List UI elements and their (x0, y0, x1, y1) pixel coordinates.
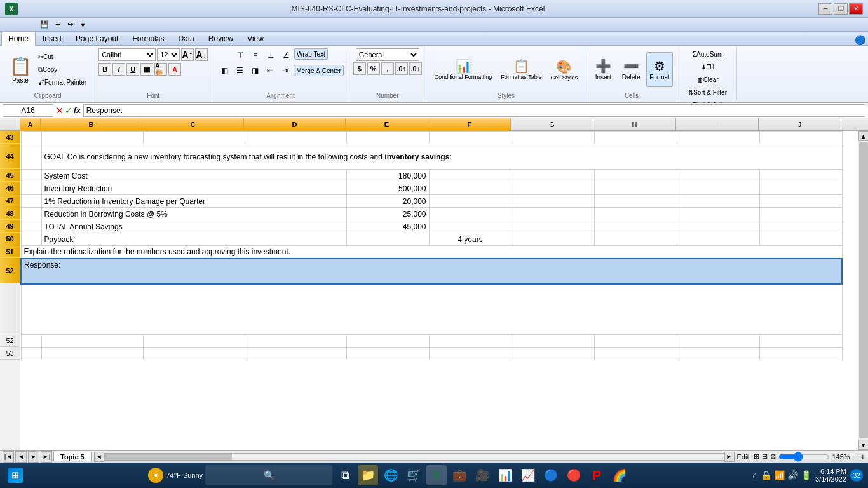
restore-button[interactable]: ❐ (834, 3, 848, 15)
cell-e47[interactable]: 20,000 (346, 195, 429, 208)
cell-j45[interactable] (759, 170, 842, 182)
tab-formulas[interactable]: Formulas (125, 32, 171, 45)
cell-b43[interactable] (41, 132, 143, 144)
decrease-font-button[interactable]: A↓ (195, 48, 208, 61)
cell-e52[interactable] (346, 335, 429, 348)
cell-b44[interactable]: GOAL Co is considering a new inventory f… (41, 144, 842, 170)
formula-input[interactable]: Response: (83, 104, 865, 117)
tray-icon1[interactable]: ⌂ (753, 470, 758, 480)
cell-e53[interactable] (346, 348, 429, 360)
col-header-d[interactable]: D (244, 118, 346, 130)
text-angle-button[interactable]: ∠ (279, 48, 293, 62)
cell-b52[interactable] (41, 335, 143, 348)
align-bottom-button[interactable]: ⊥ (264, 48, 278, 62)
sort-filter-button[interactable]: ⇅ Sort & Filter (686, 86, 729, 98)
cell-g53[interactable] (512, 348, 594, 360)
cell-i50[interactable] (677, 233, 759, 246)
view-layout-button[interactable]: ⊟ (762, 452, 768, 461)
cell-e50[interactable] (346, 233, 429, 246)
cell-empty1[interactable] (21, 284, 842, 335)
cell-i47[interactable] (677, 195, 759, 208)
clear-button[interactable]: 🗑 Clear (695, 74, 721, 85)
taskbar-store[interactable]: 🛒 (403, 465, 424, 485)
taskbar-app5[interactable]: 🔵 (541, 465, 561, 485)
bold-button[interactable]: B (98, 63, 111, 76)
scroll-thumb[interactable] (859, 142, 868, 438)
taskbar-app4[interactable]: 📈 (518, 465, 538, 485)
tab-page-layout[interactable]: Page Layout (69, 32, 125, 45)
vertical-scrollbar[interactable]: ▲ ▼ (858, 131, 868, 450)
cell-g46[interactable] (512, 182, 594, 195)
row-num-48[interactable]: 48 (0, 207, 20, 220)
cell-e49[interactable]: 45,000 (346, 220, 429, 233)
col-header-c[interactable]: C (142, 118, 244, 130)
qat-undo-button[interactable]: ↩ (53, 20, 63, 29)
cut-button[interactable]: ✂ Cut (36, 51, 89, 63)
cell-a44[interactable] (21, 144, 41, 170)
format-painter-button[interactable]: 🖌 Format Painter (36, 77, 89, 88)
increase-decimal-button[interactable]: .0↑ (395, 62, 408, 75)
cell-b46[interactable]: Inventory Reduction (41, 182, 346, 195)
decrease-decimal-button[interactable]: .0↓ (409, 62, 422, 75)
sheet-nav-first[interactable]: |◄ (3, 451, 14, 463)
font-name-select[interactable]: Calibri (98, 48, 156, 61)
cell-b48[interactable]: Reduction in Borrowing Costs @ 5% (41, 208, 346, 220)
weather-widget[interactable]: ☀ 74°F Sunny (148, 468, 203, 483)
zoom-in-button[interactable]: + (860, 452, 865, 462)
col-header-h[interactable]: H (593, 118, 676, 130)
minimize-button[interactable]: ─ (818, 3, 832, 15)
cell-a46[interactable] (21, 182, 41, 195)
align-right-button[interactable]: ◨ (248, 64, 262, 78)
zoom-slider[interactable] (778, 453, 829, 461)
zoom-out-button[interactable]: − (853, 452, 858, 462)
cell-g43[interactable] (512, 132, 594, 144)
qat-customize-button[interactable]: ▼ (78, 20, 88, 29)
autosum-button[interactable]: Σ AutoSum (690, 48, 725, 60)
cell-h43[interactable] (594, 132, 677, 144)
task-view-button[interactable]: ⧉ (335, 465, 355, 485)
cell-f49[interactable] (429, 220, 512, 233)
cell-h49[interactable] (594, 220, 677, 233)
cell-h52[interactable] (594, 335, 677, 348)
row-num-46[interactable]: 46 (0, 182, 20, 194)
row-num-51[interactable]: 51 (0, 245, 20, 258)
copy-button[interactable]: ⧉ Copy (36, 64, 89, 76)
clock[interactable]: 6:14 PM 3/14/2022 (815, 468, 846, 483)
sheet-nav-prev[interactable]: ◄ (15, 451, 27, 463)
cell-c43[interactable] (143, 132, 245, 144)
cell-a53[interactable] (21, 348, 41, 360)
cell-a50[interactable] (21, 233, 41, 246)
cell-e46[interactable]: 500,000 (346, 182, 429, 195)
taskbar-app3[interactable]: 📊 (495, 465, 515, 485)
cell-g52[interactable] (512, 335, 594, 348)
align-left-button[interactable]: ◧ (217, 64, 231, 78)
row-num-44[interactable]: 44 (0, 144, 20, 169)
italic-button[interactable]: I (112, 63, 125, 76)
h-scroll-track[interactable] (104, 453, 724, 461)
align-center-button[interactable]: ☰ (233, 64, 247, 78)
cell-i46[interactable] (677, 182, 759, 195)
col-header-g[interactable]: G (511, 118, 593, 130)
row-num-54-label[interactable]: 53 (0, 347, 20, 360)
cell-f52[interactable] (429, 335, 512, 348)
cell-g48[interactable] (512, 208, 594, 220)
tab-view[interactable]: View (240, 32, 271, 45)
cell-g47[interactable] (512, 195, 594, 208)
tray-battery[interactable]: 🔋 (801, 470, 811, 480)
insert-button[interactable]: ➕ Insert (590, 52, 616, 87)
cell-j48[interactable] (759, 208, 842, 220)
cell-d43[interactable] (245, 132, 346, 144)
qat-save-button[interactable]: 💾 (38, 20, 51, 29)
cell-h47[interactable] (594, 195, 677, 208)
row-num-43[interactable]: 43 (0, 131, 20, 144)
confirm-formula-icon[interactable]: ✓ (65, 105, 72, 116)
cell-a48[interactable] (21, 208, 41, 220)
col-header-j[interactable]: J (759, 118, 841, 130)
col-header-a[interactable]: A (20, 118, 41, 130)
cell-f47[interactable] (429, 195, 512, 208)
tab-home[interactable]: Home (1, 32, 36, 46)
view-break-button[interactable]: ⊠ (770, 452, 776, 461)
cell-e43[interactable] (346, 132, 429, 144)
cell-styles-button[interactable]: 🎨 Cell Styles (548, 52, 581, 87)
cell-f46[interactable] (429, 182, 512, 195)
